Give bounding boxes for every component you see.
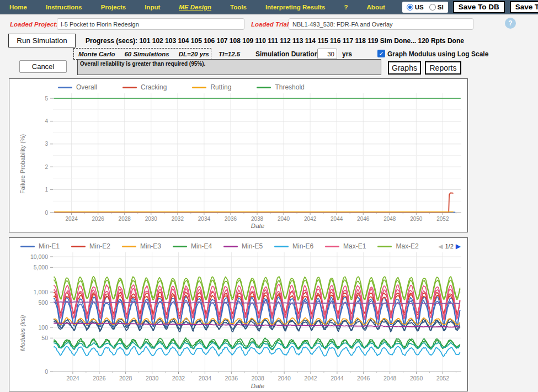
menu-tools[interactable]: Tools bbox=[221, 4, 256, 10]
svg-text:5: 5 bbox=[45, 96, 48, 102]
svg-text:500: 500 bbox=[38, 299, 48, 306]
radio-us[interactable]: US bbox=[407, 4, 424, 10]
save-to-db-button[interactable]: Save To DB bbox=[453, 1, 505, 13]
status-message-box: Overall reliability is greater than requ… bbox=[77, 59, 381, 75]
radio-si-label: SI bbox=[438, 4, 444, 10]
menu-me-design[interactable]: ME Design bbox=[169, 4, 221, 10]
log-scale-label: Graph Modulus using Log Scale bbox=[387, 50, 488, 58]
failure-chart-x-axis-title: Date bbox=[28, 223, 487, 229]
menu-interpreting-results[interactable]: Interpreting Results bbox=[256, 4, 335, 10]
svg-text:2050: 2050 bbox=[410, 375, 423, 382]
radio-us-label: US bbox=[415, 4, 424, 10]
menu-projects[interactable]: Projects bbox=[92, 4, 135, 10]
svg-text:2052: 2052 bbox=[436, 216, 449, 222]
cancel-button[interactable]: Cancel bbox=[19, 60, 67, 73]
modulus-chart-y-axis-title: Modulus (ksi) bbox=[19, 315, 26, 351]
save-to-file-button[interactable]: Save To File bbox=[510, 1, 538, 13]
svg-text:2024: 2024 bbox=[66, 216, 78, 222]
svg-text:2042: 2042 bbox=[304, 375, 317, 382]
monte-carlo-mode: Monte Carlo bbox=[78, 51, 115, 57]
log-scale-checkbox[interactable]: ✓ bbox=[377, 50, 385, 57]
svg-text:2: 2 bbox=[45, 164, 48, 170]
help-icon[interactable]: ? bbox=[505, 18, 516, 29]
svg-text:1: 1 bbox=[45, 187, 48, 193]
svg-text:1,000: 1,000 bbox=[34, 289, 48, 295]
unit-toggle-group: US SI bbox=[402, 2, 448, 13]
modulus-chart-panel: Min-E1Min-E2Min-E3Min-E4Min-E5Min-E6Max-… bbox=[9, 237, 468, 391]
svg-text:100: 100 bbox=[38, 324, 48, 331]
svg-text:2026: 2026 bbox=[93, 375, 106, 382]
progress-text: Progress (secs): 101 102 103 104 105 106… bbox=[86, 37, 464, 45]
svg-text:2044: 2044 bbox=[331, 375, 344, 382]
reports-button[interactable]: Reports bbox=[425, 61, 461, 75]
monte-carlo-dl: DL=20 yrs bbox=[179, 51, 209, 57]
svg-text:2046: 2046 bbox=[357, 375, 370, 382]
menu-input[interactable]: Input bbox=[135, 4, 169, 10]
svg-text:3: 3 bbox=[45, 141, 48, 147]
svg-text:4: 4 bbox=[45, 118, 48, 124]
simulation-duration-input[interactable] bbox=[317, 49, 337, 59]
svg-text:2040: 2040 bbox=[278, 375, 291, 382]
checkmark-icon: ✓ bbox=[379, 50, 383, 57]
radio-unselected-icon bbox=[429, 4, 436, 10]
svg-text:2038: 2038 bbox=[251, 216, 264, 222]
svg-text:2048: 2048 bbox=[383, 216, 396, 222]
svg-text:2036: 2036 bbox=[225, 375, 238, 382]
svg-text:2030: 2030 bbox=[145, 216, 158, 222]
monte-carlo-simulations: 60 Simulations bbox=[124, 51, 169, 57]
svg-text:2042: 2042 bbox=[304, 216, 317, 222]
loaded-trial-field[interactable] bbox=[289, 18, 473, 30]
loaded-project-field[interactable] bbox=[57, 18, 244, 30]
svg-text:2030: 2030 bbox=[146, 375, 159, 382]
svg-text:2036: 2036 bbox=[225, 216, 237, 222]
me-design-app: Home Instructions Projects Input ME Desi… bbox=[0, 0, 538, 392]
svg-text:2040: 2040 bbox=[278, 216, 290, 222]
svg-text:5,000: 5,000 bbox=[34, 264, 48, 271]
svg-text:50: 50 bbox=[41, 335, 48, 341]
radio-selected-icon bbox=[407, 4, 413, 10]
svg-text:2032: 2032 bbox=[172, 216, 184, 222]
failure-probability-chart-panel: OverallCrackingRuttingThreshold 20242026… bbox=[9, 78, 468, 232]
svg-text:2038: 2038 bbox=[252, 375, 265, 382]
menu-help[interactable]: ? bbox=[335, 4, 358, 10]
svg-text:2034: 2034 bbox=[199, 375, 212, 382]
menu-instructions[interactable]: Instructions bbox=[36, 4, 92, 10]
failure-probability-chart: 2024202620282030203220342036203820402042… bbox=[9, 79, 467, 232]
svg-text:2046: 2046 bbox=[357, 216, 370, 222]
monte-carlo-ti: TI=12.5 bbox=[219, 51, 240, 57]
failure-chart-y-axis-title: Failure Probability (%) bbox=[19, 134, 26, 194]
svg-text:2028: 2028 bbox=[119, 375, 132, 382]
svg-text:2050: 2050 bbox=[410, 216, 423, 222]
svg-text:0: 0 bbox=[45, 210, 48, 216]
svg-text:10,000: 10,000 bbox=[30, 253, 48, 260]
graphs-button[interactable]: Graphs bbox=[388, 61, 421, 75]
svg-text:2032: 2032 bbox=[172, 375, 185, 382]
radio-si[interactable]: SI bbox=[429, 4, 444, 10]
menu-home[interactable]: Home bbox=[0, 4, 36, 10]
modulus-chart: 2024202620282030203220342036203820402042… bbox=[9, 238, 467, 392]
top-menu-bar: Home Instructions Projects Input ME Desi… bbox=[0, 0, 538, 14]
modulus-chart-x-axis-title: Date bbox=[28, 383, 487, 389]
svg-text:0: 0 bbox=[45, 368, 48, 375]
svg-text:2044: 2044 bbox=[331, 216, 343, 222]
loaded-trial-label: Loaded Trial: bbox=[251, 21, 291, 28]
monte-carlo-summary-box: Monte Carlo 60 Simulations DL=20 yrs TI=… bbox=[73, 48, 211, 60]
simulation-duration-label: Simulation Duration bbox=[255, 50, 318, 58]
svg-text:2048: 2048 bbox=[383, 375, 397, 382]
svg-text:2052: 2052 bbox=[436, 375, 450, 382]
run-simulation-button[interactable]: Run Simulation bbox=[8, 34, 76, 47]
svg-text:2028: 2028 bbox=[119, 216, 131, 222]
svg-text:2034: 2034 bbox=[198, 216, 211, 222]
svg-text:2024: 2024 bbox=[66, 375, 79, 382]
simulation-duration-units: yrs bbox=[342, 50, 352, 58]
loaded-project-label: Loaded Project: bbox=[10, 21, 58, 28]
menu-about[interactable]: About bbox=[358, 4, 395, 10]
svg-text:2026: 2026 bbox=[92, 216, 105, 222]
